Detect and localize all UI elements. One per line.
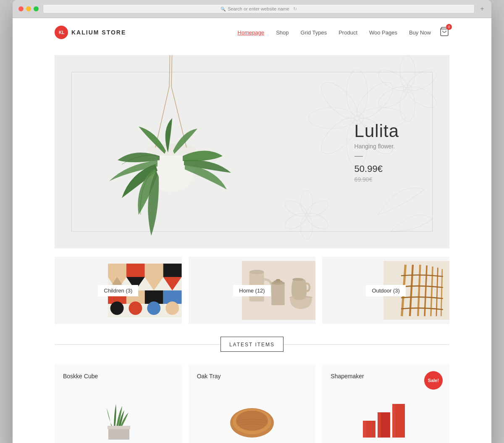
latest-section: LATEST ITEMS Boskke Cube (55, 337, 449, 443)
svg-point-48 (165, 301, 179, 315)
product-card-1[interactable]: Oak Tray (189, 364, 316, 443)
product-card-0[interactable]: Boskke Cube (55, 364, 182, 443)
cart-button[interactable]: 0 (439, 26, 449, 38)
address-bar[interactable]: 🔍 Search or enter website name ↻ (43, 4, 475, 13)
product-image-1 (197, 383, 307, 442)
svg-rect-75 (392, 404, 396, 438)
category-label-children: Children (3) (98, 285, 138, 296)
address-text: Search or enter website name (228, 6, 289, 11)
close-button[interactable] (18, 6, 24, 11)
logo-text: KALIUM STORE (71, 29, 126, 36)
sale-badge: Sale! (424, 371, 443, 390)
svg-point-19 (301, 190, 312, 214)
svg-point-47 (147, 301, 160, 315)
svg-rect-35 (163, 264, 182, 277)
hero-section: .petal{fill:none;stroke:#ccc;stroke-widt… (55, 55, 449, 248)
category-card-home[interactable]: Home (12) (189, 257, 316, 324)
svg-line-26 (171, 55, 172, 87)
category-card-outdoor[interactable]: Outdoor (3) (322, 257, 449, 324)
search-icon: 🔍 (220, 7, 226, 11)
svg-rect-33 (126, 264, 145, 277)
svg-rect-66 (108, 426, 130, 429)
category-card-children[interactable]: Children (3) (55, 257, 182, 324)
svg-point-4 (351, 76, 399, 124)
hero-product-subtitle: Hanging flower. (354, 143, 399, 150)
hero-product-name: Lulita (354, 121, 399, 141)
latest-header: LATEST ITEMS (55, 337, 449, 352)
svg-rect-73 (363, 421, 366, 438)
traffic-lights (18, 6, 39, 11)
category-label-outdoor: Outdoor (3) (366, 285, 405, 296)
hero-plant-image (97, 55, 248, 248)
svg-text:KL: KL (59, 30, 64, 35)
product-image-2 (331, 383, 441, 442)
svg-point-15 (400, 90, 415, 121)
svg-point-46 (129, 301, 142, 315)
hero-price-old: 69.90€ (354, 176, 399, 183)
product-name-1: Oak Tray (197, 373, 307, 380)
latest-line-right (284, 344, 449, 345)
category-label-home: Home (12) (233, 285, 270, 296)
nav-grid-types[interactable]: Grid Types (301, 29, 327, 36)
svg-point-45 (110, 301, 124, 315)
page-content: KL KALIUM STORE Homepage Shop Grid Types… (13, 18, 491, 443)
new-tab-button[interactable]: + (479, 5, 486, 12)
logo-area: KL KALIUM STORE (55, 26, 238, 39)
svg-point-56 (292, 278, 303, 281)
logo-icon: KL (55, 26, 68, 39)
main-nav: Homepage Shop Grid Types Product Woo Pag… (238, 29, 431, 36)
hero-price: 50.99€ (354, 163, 399, 174)
svg-point-22 (301, 216, 312, 239)
svg-point-51 (249, 270, 264, 274)
browser-chrome: 🔍 Search or enter website name ↻ + (13, 0, 491, 18)
categories-section: Children (3) (55, 257, 449, 324)
svg-rect-34 (145, 264, 163, 277)
product-name-0: Boskke Cube (63, 373, 173, 380)
svg-point-69 (236, 411, 268, 431)
browser-window: 🔍 Search or enter website name ↻ + KL KA… (13, 0, 491, 443)
nav-woo-pages[interactable]: Woo Pages (369, 29, 397, 36)
svg-line-25 (169, 55, 170, 87)
svg-rect-52 (271, 283, 285, 305)
maximize-button[interactable] (34, 6, 39, 11)
reload-icon: ↻ (293, 6, 297, 12)
product-image-0 (63, 383, 173, 442)
nav-buy-now[interactable]: Buy Now (409, 29, 431, 36)
cart-badge: 0 (446, 24, 452, 30)
svg-rect-32 (108, 264, 126, 277)
products-grid: Boskke Cube (55, 364, 449, 443)
minimize-button[interactable] (26, 6, 31, 11)
latest-line-left (55, 344, 220, 345)
product-card-2[interactable]: Sale! Shapemaker (322, 364, 449, 443)
hero-divider (354, 156, 363, 157)
nav-product[interactable]: Product (339, 29, 357, 36)
svg-rect-74 (378, 412, 381, 438)
svg-point-55 (276, 279, 281, 281)
site-header: KL KALIUM STORE Homepage Shop Grid Types… (13, 18, 491, 47)
svg-point-12 (400, 56, 415, 88)
latest-title-wrap: LATEST ITEMS (220, 337, 284, 352)
latest-title: LATEST ITEMS (229, 342, 275, 348)
svg-point-10 (315, 76, 363, 124)
hero-text: Lulita Hanging flower. 50.99€ 69.90€ (354, 121, 399, 183)
svg-point-28 (147, 144, 195, 156)
nav-shop[interactable]: Shop (276, 29, 289, 36)
nav-homepage[interactable]: Homepage (238, 29, 265, 36)
